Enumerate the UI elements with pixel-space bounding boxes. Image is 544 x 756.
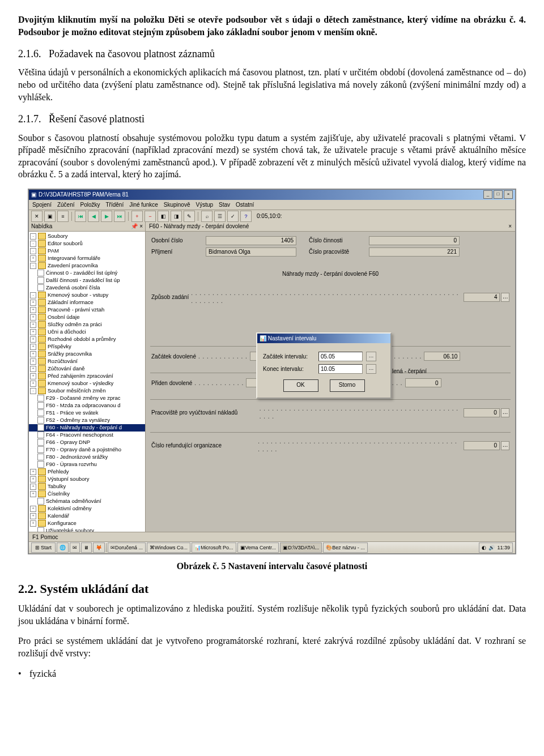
quicklaunch[interactable]: 🌐 [57,543,69,553]
help-button[interactable]: ? [240,211,252,222]
tree-node[interactable]: Činnost 0 - zaváděcí list úplný [29,270,145,277]
field-cislo-cinnosti[interactable]: 0 [369,236,460,245]
tree-node[interactable]: F90 - Úprava rozvrhu [29,461,145,468]
expand-icon[interactable]: + [30,381,36,387]
expand-icon[interactable]: - [30,248,36,254]
toolbar-button[interactable]: ≡ [57,211,69,222]
tree-node[interactable]: F29 - Dočasné změny ve zprac [29,395,145,402]
tree-node[interactable]: F66 - Opravy DNP [29,439,145,446]
expand-icon[interactable]: + [30,314,36,321]
first-button[interactable]: ⏮ [75,211,86,222]
expand-icon[interactable]: + [30,469,36,475]
tree-node[interactable]: F52 - Odměny za vynálezy [29,417,145,424]
expand-icon[interactable]: + [30,506,36,512]
expand-icon[interactable]: + [30,351,36,357]
minimize-button[interactable]: _ [483,190,492,199]
tree-node[interactable]: +Výstupní soubory [29,476,145,483]
tree-node[interactable]: F50 - Mzda za odpracovanou d [29,402,145,409]
tree-node[interactable]: +Integrované formuláře [29,255,145,262]
field-hlavni[interactable]: 0 [405,378,441,387]
next-button[interactable]: ▶ [101,211,112,222]
toolbar-button[interactable]: ◧ [158,211,169,222]
tree-node[interactable]: +Pracovně - právní vztah [29,306,145,314]
tree-node[interactable]: F51 - Práce ve svátek [29,409,145,417]
expand-icon[interactable]: - [30,388,36,394]
tree-node[interactable]: +Rozhodné období a průměry [29,336,145,343]
tree-node[interactable]: F60 - Náhrady mzdy - čerpání d [29,424,145,432]
expand-icon[interactable]: - [30,263,36,269]
menu-item[interactable]: Výstup [196,201,214,209]
cancel-button[interactable]: Storno [330,379,365,392]
tree-node[interactable]: +Rozúčtování [29,358,145,365]
ok-button[interactable]: OK [283,379,318,392]
lookup-button[interactable]: … [501,293,509,302]
expand-icon[interactable]: + [30,491,36,497]
tree-node[interactable]: -Soubor měsíčních změn [29,387,145,395]
tree-node[interactable]: -PAM [29,247,145,255]
field-prijmeni[interactable]: Bidmanová Olga [206,247,296,257]
start-button[interactable]: ⊞ Start [31,543,56,553]
tree-node[interactable]: -Kmenový soubor - vstupy [29,292,145,299]
tree-node[interactable]: Zavedená osobní čísla [29,284,145,292]
tree-node[interactable]: +Tabulky [29,483,145,490]
last-button[interactable]: ⏭ [114,211,125,222]
expand-icon[interactable]: + [30,307,36,313]
tree-node[interactable]: +Konfigurace [29,520,145,527]
tree-node[interactable]: +Učni a důchodci [29,328,145,336]
expand-icon[interactable]: + [30,329,36,335]
field-zpusob-zadani[interactable]: 4 [464,293,500,302]
quicklaunch[interactable]: 🦊 [93,543,105,553]
tree-node[interactable]: F80 - Jednorázové srážky [29,454,145,461]
prev-button[interactable]: ◀ [88,211,99,222]
toolbar-button[interactable]: ◨ [171,211,182,222]
taskbar-item[interactable]: ▣ Vema Centr... [237,543,279,553]
quicklaunch[interactable]: 🖥 [81,543,92,553]
menu-item[interactable]: Skupinově [164,201,190,209]
expand-icon[interactable]: + [30,300,36,306]
tree-node[interactable]: +Kalendář [29,512,145,520]
tree-node[interactable]: -Zavedení pracovníka [29,262,145,270]
taskbar-item[interactable]: 🎨 Bez názvu - ... [323,543,368,553]
field-cislo-pracoviste[interactable]: 221 [369,247,460,257]
taskbar-item[interactable]: 📊 Microsoft Po... [192,543,236,553]
tree-node[interactable]: +Složky odměn za práci [29,321,145,328]
tree-node[interactable]: F64 - Pracovní neschopnost [29,432,145,439]
menu-item[interactable]: Stav [219,201,230,209]
tree-node[interactable]: +Srážky pracovníka [29,351,145,358]
lookup-button[interactable]: … [366,364,376,374]
toolbar-button[interactable]: ✎ [184,211,195,222]
delete-button[interactable]: − [144,211,156,222]
taskbar-item[interactable]: ✉ Doručená ... [108,543,146,553]
menu-item[interactable]: Položky [80,201,100,209]
tree-node[interactable]: -Editor souborů [29,240,145,247]
taskbar-item[interactable]: ▣ D:\V3DATA\... [280,543,322,553]
field-end[interactable]: 10.05 [318,364,363,374]
expand-icon[interactable]: + [30,513,36,519]
tray-icon[interactable]: ◐ [482,544,486,551]
field-begin[interactable]: 05.05 [318,352,363,361]
tree-node[interactable]: +Číselníky [29,490,145,498]
tree-node[interactable]: Další činnosti - zaváděcí list úp [29,277,145,284]
expand-icon[interactable]: + [30,358,36,365]
tree-node[interactable]: +Před zahájením zpracování [29,373,145,380]
toolbar-button[interactable]: ⌕ [201,211,212,222]
tree-node[interactable]: +Zúčtování daně [29,365,145,373]
expand-icon[interactable]: - [30,241,36,247]
expand-icon[interactable]: + [30,520,36,527]
tree-node[interactable]: +Kmenový soubor - výsledky [29,380,145,387]
close-button[interactable]: × [504,190,513,199]
expand-icon[interactable]: + [30,373,36,379]
expand-icon[interactable]: + [30,336,36,343]
menu-item[interactable]: Spojení [32,201,52,209]
field-ref-org[interactable]: 0 [464,441,500,450]
field-konec-dov[interactable]: 06.10 [424,352,460,361]
field-osobni-cislo[interactable]: 1405 [206,236,296,245]
tree-node[interactable]: +Přehledy [29,468,145,476]
nav-tree[interactable]: -Soubory-Editor souborů-PAM+Integrované … [29,232,145,532]
tree-node[interactable]: +Osobní údaje [29,314,145,321]
tree-node[interactable]: F70 - Opravy daně a pojistného [29,446,145,454]
taskbar-item[interactable]: ⌘ Windows Co... [147,543,190,553]
lookup-button[interactable]: … [501,441,509,450]
main-close-icon[interactable]: × [508,223,512,230]
expand-icon[interactable]: - [30,233,36,240]
